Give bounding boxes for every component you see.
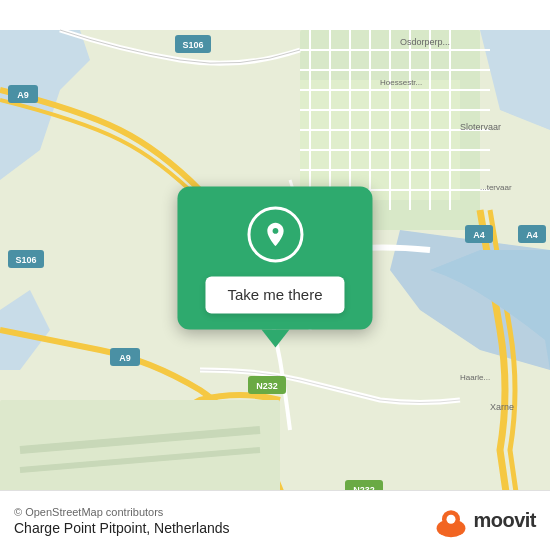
moovit-brand-text: moovit [473, 509, 536, 532]
svg-point-49 [447, 514, 456, 523]
moovit-icon [433, 503, 469, 539]
bottom-bar: © OpenStreetMap contributors Charge Poin… [0, 490, 550, 550]
svg-text:Slotervaar: Slotervaar [460, 122, 501, 132]
svg-text:S106: S106 [15, 255, 36, 265]
svg-text:Osdorperp...: Osdorperp... [400, 37, 450, 47]
popup-card: Take me there [177, 186, 372, 329]
bottom-left-info: © OpenStreetMap contributors Charge Poin… [14, 506, 230, 536]
svg-text:A4: A4 [473, 230, 485, 240]
svg-rect-2 [300, 80, 460, 200]
svg-text:N232: N232 [256, 381, 278, 391]
svg-text:S106: S106 [182, 40, 203, 50]
svg-text:Haarle...: Haarle... [460, 373, 490, 382]
moovit-logo: moovit [433, 503, 536, 539]
svg-text:Hoessestr...: Hoessestr... [380, 78, 422, 87]
map-attribution: © OpenStreetMap contributors [14, 506, 230, 518]
svg-text:A9: A9 [119, 353, 131, 363]
popup-tail [261, 329, 289, 347]
popup-overlay: Take me there [177, 186, 372, 347]
svg-text:A9: A9 [17, 90, 29, 100]
svg-text:...tervaar: ...tervaar [480, 183, 512, 192]
map-container: A9 S106 S106 A9 A4 A4 A4 N232 N232 [0, 0, 550, 550]
take-me-there-button[interactable]: Take me there [205, 276, 344, 313]
svg-text:A4: A4 [526, 230, 538, 240]
svg-text:Xarne: Xarne [490, 402, 514, 412]
location-pin-icon [247, 206, 303, 262]
place-name: Charge Point Pitpoint, Netherlands [14, 520, 230, 536]
